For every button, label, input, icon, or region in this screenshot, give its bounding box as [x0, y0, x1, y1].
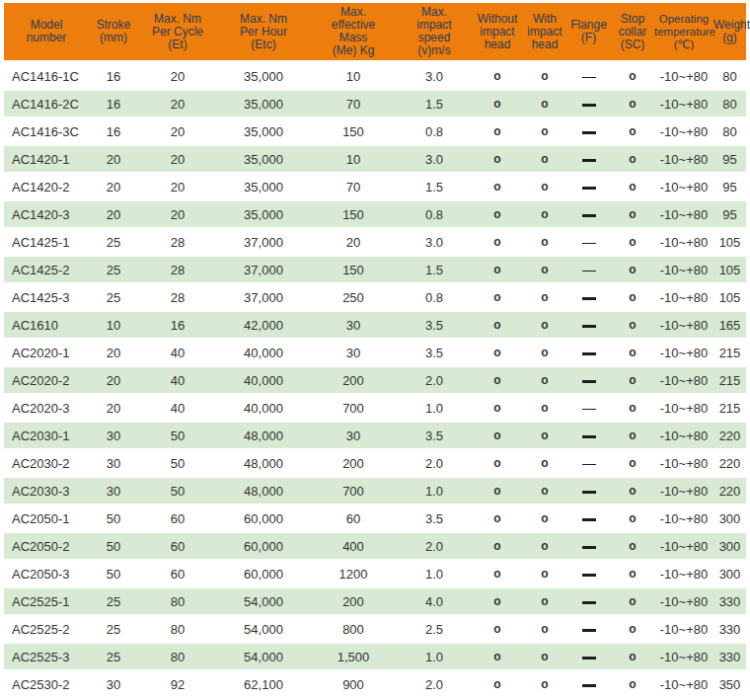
- cell-without: o: [472, 532, 523, 560]
- flange-dash-icon: [582, 159, 596, 162]
- cell-with: o: [523, 283, 566, 311]
- cell-stop: o: [611, 670, 654, 698]
- cell-flange: [566, 62, 611, 91]
- cell-weight: 105: [713, 283, 746, 311]
- cell-weight: 80: [713, 90, 746, 117]
- table-row: AC1416-1C162035,000103.0ooo-10~+8080: [4, 62, 746, 91]
- cell-mass: 200: [310, 449, 397, 477]
- cell-speed: 3.0: [397, 145, 472, 173]
- cell-with: o: [523, 145, 566, 173]
- cell-weight: 105: [713, 256, 746, 283]
- cell-speed: 1.0: [397, 394, 472, 422]
- cell-stroke: 10: [89, 311, 138, 339]
- cell-stroke: 25: [89, 283, 138, 311]
- cell-et: 20: [138, 145, 217, 173]
- flange-dash-icon: [582, 325, 596, 328]
- cell-stroke: 16: [89, 62, 138, 91]
- cell-flange: [566, 145, 611, 173]
- cell-stop: o: [611, 587, 654, 615]
- cell-temp: -10~+80: [654, 560, 713, 587]
- cell-mass: 30: [310, 311, 397, 339]
- cell-et: 60: [138, 532, 217, 560]
- cell-flange: [566, 117, 611, 145]
- cell-etc: 37,000: [217, 283, 310, 311]
- cell-with: o: [523, 394, 566, 422]
- cell-with: o: [523, 422, 566, 449]
- flange-dash-icon: [582, 352, 596, 355]
- cell-et: 20: [138, 62, 217, 91]
- cell-flange: [566, 311, 611, 339]
- cell-without: o: [472, 228, 523, 256]
- cell-weight: 220: [713, 422, 746, 449]
- table-row: AC1416-3C162035,0001500.8ooo-10~+8080: [4, 117, 746, 145]
- spec-table: Model numberStroke (mm)Max. Nm Per Cycle…: [4, 3, 746, 699]
- cell-temp: -10~+80: [654, 90, 713, 117]
- cell-mass: 700: [310, 477, 397, 505]
- cell-without: o: [472, 422, 523, 449]
- cell-with: o: [523, 449, 566, 477]
- flange-dash-icon: [582, 380, 596, 383]
- flange-dash-icon: [582, 131, 596, 134]
- flange-dash-icon: [582, 187, 596, 190]
- cell-mass: 200: [310, 587, 397, 615]
- cell-with: o: [523, 532, 566, 560]
- cell-speed: 1.5: [397, 256, 472, 283]
- cell-stop: o: [611, 62, 654, 91]
- cell-stop: o: [611, 477, 654, 505]
- cell-flange: [566, 449, 611, 477]
- cell-stroke: 20: [89, 173, 138, 200]
- cell-model: AC1416-2C: [4, 90, 89, 117]
- cell-stroke: 20: [89, 145, 138, 173]
- cell-without: o: [472, 117, 523, 145]
- cell-et: 50: [138, 449, 217, 477]
- cell-et: 60: [138, 560, 217, 587]
- cell-without: o: [472, 477, 523, 505]
- cell-stroke: 30: [89, 422, 138, 449]
- table-row: AC2525-1258054,0002004.0ooo-10~+80330: [4, 587, 746, 615]
- cell-et: 80: [138, 643, 217, 670]
- cell-etc: 54,000: [217, 615, 310, 643]
- cell-with: o: [523, 228, 566, 256]
- table-row: AC1425-1252837,000203.0ooo-10~+80105: [4, 228, 746, 256]
- cell-et: 80: [138, 615, 217, 643]
- header-row: Model numberStroke (mm)Max. Nm Per Cycle…: [4, 3, 746, 62]
- spec-table-body: AC1416-1C162035,000103.0ooo-10~+8080AC14…: [4, 62, 746, 699]
- cell-mass: 150: [310, 256, 397, 283]
- cell-speed: 2.0: [397, 449, 472, 477]
- cell-flange: [566, 422, 611, 449]
- cell-weight: 80: [713, 117, 746, 145]
- table-row: AC2050-3506060,00012001.0ooo-10~+80300: [4, 560, 746, 587]
- cell-with: o: [523, 339, 566, 366]
- cell-model: AC2050-3: [4, 560, 89, 587]
- cell-et: 28: [138, 256, 217, 283]
- cell-etc: 37,000: [217, 256, 310, 283]
- cell-speed: 3.5: [397, 339, 472, 366]
- cell-with: o: [523, 587, 566, 615]
- cell-etc: 54,000: [217, 587, 310, 615]
- column-header-stroke: Stroke (mm): [89, 3, 138, 62]
- cell-etc: 40,000: [217, 366, 310, 394]
- cell-speed: 2.0: [397, 670, 472, 698]
- cell-etc: 40,000: [217, 339, 310, 366]
- cell-flange: [566, 394, 611, 422]
- cell-model: AC2530-2: [4, 670, 89, 698]
- cell-model: AC1416-3C: [4, 117, 89, 145]
- table-row: AC2030-2305048,0002002.0ooo-10~+80220: [4, 449, 746, 477]
- cell-stroke: 25: [89, 643, 138, 670]
- cell-et: 92: [138, 670, 217, 698]
- cell-weight: 95: [713, 173, 746, 200]
- cell-temp: -10~+80: [654, 449, 713, 477]
- cell-etc: 60,000: [217, 560, 310, 587]
- cell-temp: -10~+80: [654, 283, 713, 311]
- column-header-et: Max. Nm Per Cycle (Et): [138, 3, 217, 62]
- cell-stop: o: [611, 366, 654, 394]
- cell-mass: 60: [310, 505, 397, 532]
- cell-speed: 1.0: [397, 477, 472, 505]
- cell-without: o: [472, 256, 523, 283]
- cell-etc: 54,000: [217, 643, 310, 670]
- cell-stop: o: [611, 117, 654, 145]
- cell-et: 50: [138, 477, 217, 505]
- cell-et: 28: [138, 228, 217, 256]
- cell-mass: 700: [310, 394, 397, 422]
- cell-with: o: [523, 505, 566, 532]
